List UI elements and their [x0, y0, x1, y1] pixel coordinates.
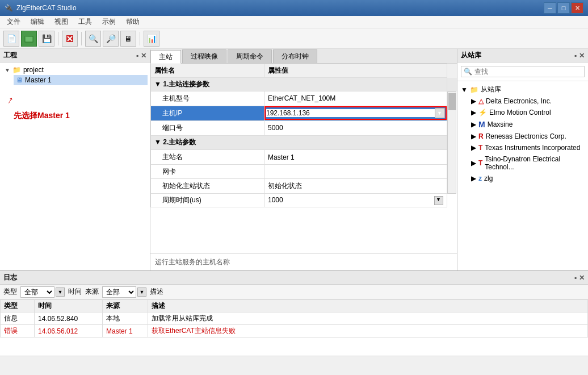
ip-input[interactable] — [266, 109, 435, 117]
tab-master[interactable]: 主站 — [150, 50, 181, 64]
slave-item-toggle: ▶ — [471, 132, 476, 140]
menu-help[interactable]: 帮助 — [121, 16, 144, 28]
section1-label: ▼ 1.主站连接参数 — [151, 78, 447, 91]
ip-input-wrapper: ▼ — [264, 106, 447, 120]
svg-rect-0 — [25, 36, 33, 42]
v-scrollbar[interactable] — [447, 91, 456, 194]
window-controls: ─ □ ✕ — [544, 2, 583, 14]
maximize-button[interactable]: □ — [557, 2, 570, 14]
log-source-2: Master 1 — [103, 325, 148, 338]
tab-cycle-command[interactable]: 周期命令 — [228, 49, 272, 63]
close-button[interactable]: ✕ — [571, 2, 583, 14]
prop-value-ip: ▼ — [264, 106, 447, 121]
panel-float-button[interactable]: ▪ — [136, 52, 138, 60]
open-button[interactable] — [21, 31, 37, 47]
menu-view[interactable]: 视图 — [50, 16, 73, 28]
slave-item-label: Texas Instruments Incorporated — [485, 144, 580, 152]
prop-value-cycle-time: 1000 ▼ — [264, 194, 447, 207]
left-panel: 工程 ▪ ✕ ▼ 📁 project 🖥 Master 1 ↑ 先选择Maste… — [0, 49, 150, 270]
log-type-filter-btn[interactable]: ▼ — [56, 288, 65, 297]
slave-item-delta[interactable]: ▶ △ Delta Electronics, Inc. — [469, 95, 586, 107]
menu-file[interactable]: 文件 — [2, 16, 25, 28]
log-desc-2: 获取EtherCAT主站信息失败 — [148, 325, 588, 338]
chart-button[interactable]: 📊 — [144, 31, 159, 47]
log-col-desc: 描述 — [148, 300, 588, 312]
slave-panel-close-btn[interactable]: ✕ — [579, 52, 585, 60]
prop-value-master-name: Master 1 — [264, 150, 447, 165]
section-master-params: ▼ 2.主站参数 — [151, 135, 457, 150]
master-icon: 🖥 — [16, 76, 23, 84]
tab-dist-clock[interactable]: 分布时钟 — [273, 49, 317, 63]
col-property-name: 属性名 — [151, 64, 264, 78]
log-source-select[interactable]: 全部 本地 Master 1 — [102, 286, 136, 298]
tree-project-root[interactable]: ▼ 📁 project — [2, 65, 148, 75]
slave-item-toggle: ▶ — [471, 97, 476, 105]
menu-bar: 文件 编辑 视图 工具 示例 帮助 — [0, 16, 588, 28]
tree-master1[interactable]: 🖥 Master 1 — [14, 75, 148, 85]
search-input[interactable] — [474, 68, 582, 76]
log-col-time: 时间 — [35, 300, 103, 312]
menu-edit[interactable]: 编辑 — [26, 16, 49, 28]
slave-item-label: Renesas Electronics Corp. — [486, 132, 566, 140]
log-source-1: 本地 — [103, 312, 148, 325]
log-panel-controls: ▪ ✕ — [574, 274, 585, 282]
tab-process-image[interactable]: 过程映像 — [182, 49, 226, 63]
cycle-time-dropdown[interactable]: ▼ — [434, 196, 443, 205]
slave-item-zlg[interactable]: ▶ z zlg — [469, 173, 586, 184]
project-tree: ▼ 📁 project 🖥 Master 1 ↑ 先选择Master 1 — [0, 63, 150, 270]
scrollbar-header — [447, 64, 457, 78]
log-panel-title: 日志 — [3, 273, 17, 282]
project-children: 🖥 Master 1 — [14, 75, 148, 85]
log-source-filter-btn[interactable]: ▼ — [137, 288, 146, 297]
log-type-info: 信息 — [1, 312, 35, 325]
panel-close-button[interactable]: ✕ — [141, 52, 146, 60]
section2-label: ▼ 2.主站参数 — [151, 135, 447, 150]
slave-library-root-label: 从站库 — [481, 85, 501, 94]
log-type-select[interactable]: 全部 信息 错误 — [20, 286, 54, 298]
slave-item-elmo[interactable]: ▶ ⚡ Elmo Motion Control — [469, 107, 586, 118]
slave-item-tsino[interactable]: ▶ T Tsino-Dynatron Electrical Technol... — [469, 153, 586, 173]
slave-library-folder-icon: 📁 — [470, 86, 478, 94]
panel-header-controls: ▪ ✕ — [136, 52, 146, 60]
delta-icon: △ — [478, 97, 484, 105]
slave-item-renesas[interactable]: ▶ R Renesas Electronics Corp. — [469, 131, 586, 142]
ip-dropdown-button[interactable]: ▼ — [435, 108, 445, 118]
scrollbar-thumb[interactable] — [448, 93, 456, 110]
project-panel-header: 工程 ▪ ✕ — [0, 49, 150, 63]
minimize-button[interactable]: ─ — [544, 2, 556, 14]
table-row: 主站名 Master 1 — [151, 150, 457, 165]
stop-button[interactable] — [62, 31, 78, 47]
new-button[interactable]: 📄 — [3, 31, 19, 47]
prop-value-model: EtherCAT_NET_100M — [264, 91, 447, 106]
monitor-button[interactable]: 🖥 — [120, 31, 136, 47]
table-row: 网卡 — [151, 164, 457, 179]
log-panel-close-btn[interactable]: ✕ — [579, 274, 585, 282]
save-button[interactable]: 💾 — [39, 31, 54, 47]
slave-panel-float-btn[interactable]: ▪ — [574, 52, 577, 60]
table-row: 初始化主站状态 初始化状态 — [151, 179, 457, 194]
slave-item-label: Delta Electronics, Inc. — [486, 97, 552, 105]
log-type-error: 错误 — [1, 325, 35, 338]
center-panel: 主站 过程映像 周期命令 分布时钟 属性名 属性值 ▼ 1.主站连接参数 — [150, 49, 457, 270]
properties-area: 属性名 属性值 ▼ 1.主站连接参数 主机型号 EtherCAT_NET_100… — [150, 64, 457, 253]
menu-examples[interactable]: 示例 — [98, 16, 120, 28]
slave-panel-controls: ▪ ✕ — [574, 52, 585, 60]
log-panel-float-btn[interactable]: ▪ — [574, 274, 577, 282]
app-icon: 🔌 — [5, 4, 13, 12]
search-button[interactable]: 🔍 — [85, 31, 101, 47]
slave-item-label: Maxsine — [488, 120, 513, 128]
zoom-button[interactable]: 🔎 — [103, 31, 119, 47]
log-type-filter: 全部 信息 错误 ▼ — [20, 286, 65, 298]
tree-toggle-icon: ▼ — [5, 67, 10, 73]
toolbar-separator-2 — [81, 32, 82, 45]
section-connection-params: ▼ 1.主站连接参数 — [151, 78, 457, 91]
log-source-label: 来源 — [85, 287, 99, 297]
log-panel-header: 日志 ▪ ✕ — [0, 271, 588, 285]
title-bar: 🔌 ZlgEtherCAT Studio ─ □ ✕ — [0, 0, 588, 16]
slave-library-root[interactable]: ▼ 📁 从站库 — [460, 84, 586, 95]
slave-item-ti[interactable]: ▶ T Texas Instruments Incorporated — [469, 142, 586, 153]
menu-tools[interactable]: 工具 — [74, 16, 96, 28]
stop-icon — [65, 34, 74, 43]
slave-item-maxsine[interactable]: ▶ M Maxsine — [469, 118, 586, 131]
properties-table: 属性名 属性值 ▼ 1.主站连接参数 主机型号 EtherCAT_NET_100… — [150, 64, 457, 207]
